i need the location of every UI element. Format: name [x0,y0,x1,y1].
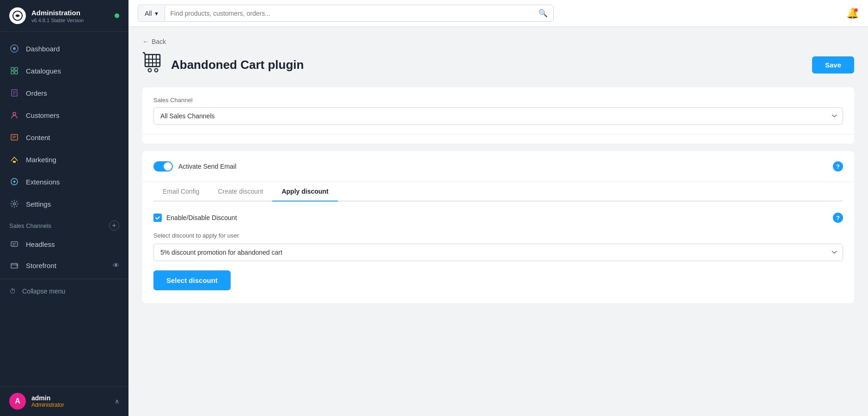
checkbox-label: Enable/Disable Discount [166,214,237,221]
sidebar-item-settings[interactable]: Settings [0,193,128,215]
sidebar-item-label: Customers [26,111,60,119]
tab-create-discount[interactable]: Create discount [208,182,272,202]
svg-rect-6 [15,71,18,74]
checkbox-row: Enable/Disable Discount ? [153,213,843,223]
svg-rect-5 [11,71,14,74]
status-dot [115,13,119,18]
tabs-section: Email Config Create discount Apply disco… [142,182,854,303]
app-name: Administration [31,9,84,17]
svg-rect-18 [11,242,18,246]
sidebar-item-catalogues[interactable]: Catalogues [0,60,128,82]
save-button[interactable]: Save [812,56,854,73]
svg-rect-4 [15,67,18,70]
add-sales-channel-button[interactable]: + [109,220,119,231]
email-discount-card: Activate Send Email ? Email Config Creat… [142,151,854,303]
svg-point-2 [13,47,16,50]
sidebar-nav: Dashboard Catalogues [0,32,128,386]
card-spacer [142,135,854,144]
sidebar-item-label: Dashboard [26,45,60,53]
main-content: All ▾ 🔍 🔔 ← Back [128,0,868,416]
enable-discount-checkbox[interactable] [153,214,162,222]
collapse-menu-button[interactable]: ⏱ Collapse menu [0,282,128,300]
svg-rect-12 [11,135,18,140]
page-title: Abandoned Cart plugin [171,58,304,72]
search-input[interactable] [165,6,533,21]
chevron-up-icon: ∧ [115,398,119,405]
help-icon-toggle[interactable]: ? [833,161,843,171]
collapse-label: Collapse menu [22,288,65,295]
svg-rect-3 [11,67,14,70]
sidebar-item-label: Marketing [26,156,56,164]
settings-icon [9,199,19,209]
activate-email-toggle[interactable] [153,161,173,171]
chevron-down-icon: ▾ [155,10,158,17]
sidebar-divider [0,279,128,279]
tab-email-config[interactable]: Email Config [153,182,208,202]
sidebar-item-marketing[interactable]: Marketing [0,148,128,171]
app-version: v6.4.8.1 Stable Version [31,18,84,23]
sidebar-item-storefront[interactable]: Storefront 👁 [0,255,128,276]
arrow-left-icon: ← [142,38,149,45]
app-logo [9,7,26,24]
sidebar-item-dashboard[interactable]: Dashboard [0,37,128,60]
activate-email-section: Activate Send Email ? [142,151,854,182]
orders-icon [9,88,19,98]
sidebar-item-label: Orders [26,89,47,97]
svg-point-11 [13,112,16,115]
search-filter-button[interactable]: All ▾ [138,6,165,21]
notification-dot [854,8,858,12]
user-avatar: A [9,393,26,410]
sidebar-item-label: Catalogues [26,67,61,75]
sales-channel-label: Sales Channel [153,97,843,104]
help-icon-discount[interactable]: ? [833,213,843,223]
sidebar-header: Administration v6.4.8.1 Stable Version [0,0,128,32]
back-label: Back [152,38,166,45]
sales-channels-label: Sales Channels [9,222,51,229]
svg-point-29 [148,69,152,72]
channel-item-label: Headless [26,240,55,248]
sidebar-item-label: Settings [26,200,51,208]
topbar: All ▾ 🔍 🔔 [128,0,868,27]
sales-channel-card: Sales Channel All Sales Channels [142,87,854,144]
toggle-row: Activate Send Email ? [153,161,843,171]
sidebar-item-orders[interactable]: Orders [0,82,128,104]
sales-channels-header: Sales Channels + [0,215,128,233]
sidebar-item-extensions[interactable]: Extensions [0,171,128,193]
clock-icon: ⏱ [9,288,16,295]
page-header: Abandoned Cart plugin Save [142,52,854,78]
user-role: Administrator [31,402,64,408]
content-icon [9,132,19,142]
eye-icon: 👁 [113,262,119,269]
search-button[interactable]: 🔍 [533,5,553,21]
storefront-icon [9,260,19,270]
sales-channel-section: Sales Channel All Sales Channels [142,87,854,135]
activate-email-label: Activate Send Email [178,163,236,170]
tab-bar: Email Config Create discount Apply disco… [153,182,843,202]
cart-icon [142,52,165,78]
search-container: All ▾ 🔍 [138,5,554,22]
user-name: admin [31,394,64,402]
sidebar: Administration v6.4.8.1 Stable Version D… [0,0,128,416]
extensions-icon [9,177,19,187]
headless-icon [9,239,19,249]
sidebar-item-label: Content [26,134,50,141]
page-title-area: Abandoned Cart plugin [142,52,304,78]
svg-rect-21 [11,263,18,268]
sales-channel-select[interactable]: All Sales Channels [153,107,843,125]
discount-select[interactable]: 5% discount promotion for abandoned cart [153,244,843,261]
marketing-icon [9,154,19,165]
dashboard-icon [9,43,19,54]
apply-discount-content: Enable/Disable Discount ? Select discoun… [153,213,843,303]
svg-point-17 [13,203,16,205]
svg-point-30 [155,69,158,72]
back-link[interactable]: ← Back [142,38,854,45]
catalogues-icon [9,66,19,76]
sidebar-item-content[interactable]: Content [0,126,128,148]
svg-rect-15 [13,161,16,163]
notification-bell[interactable]: 🔔 [846,7,859,19]
tab-apply-discount[interactable]: Apply discount [272,182,337,202]
sidebar-item-headless[interactable]: Headless [0,233,128,255]
channel-item-label: Storefront [26,262,56,269]
select-discount-button[interactable]: Select discount [153,270,231,290]
sidebar-item-customers[interactable]: Customers [0,104,128,126]
